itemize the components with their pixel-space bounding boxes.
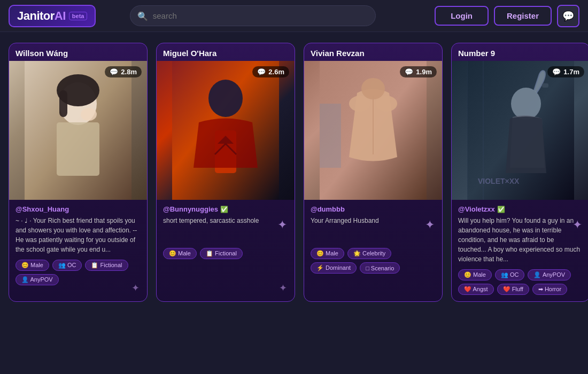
beta-badge: beta <box>69 12 88 20</box>
msg-icon: 💬 <box>110 68 118 76</box>
card-title-willson: Willson Wáng <box>9 43 147 61</box>
verified-icon-miguel: ✅ <box>220 206 228 213</box>
cards-container: Willson Wáng <box>0 32 588 313</box>
header: JanitorAI beta 🔍 Login Register 💬 <box>0 0 588 32</box>
msg-icon-vivian: 💬 <box>405 68 413 76</box>
search-container: 🔍 <box>130 5 376 26</box>
tag-celebrity-vivian[interactable]: 🌟 Celebrity <box>347 248 391 259</box>
svg-point-14 <box>349 96 370 112</box>
svg-point-5 <box>81 108 97 121</box>
search-icon: 🔍 <box>137 11 148 21</box>
card-author-vivian: @dumbbb <box>311 205 436 213</box>
card-body-vivian: @dumbbb Your Arranged Husband 😊 Male 🌟 C… <box>304 200 442 280</box>
tag-oc[interactable]: 👥 OC <box>52 260 82 271</box>
character-image-willson <box>9 61 147 200</box>
verified-icon-number9: ✅ <box>497 206 505 213</box>
svg-point-15 <box>376 96 397 112</box>
svg-rect-20 <box>542 83 548 88</box>
card-vivian-revzan[interactable]: Vivian Revzan <box>304 43 443 302</box>
msg-count-miguel: 💬 2.6m <box>252 66 289 77</box>
card-desc-willson: ~ · ♩ · Your Rich best friend that spoil… <box>16 216 141 254</box>
card-willson-wang[interactable]: Willson Wáng <box>9 43 148 302</box>
header-actions: Login Register 💬 <box>435 5 579 27</box>
svg-rect-17 <box>320 104 341 168</box>
register-button[interactable]: Register <box>494 6 552 26</box>
sparkle-vivian: ✦ <box>425 218 435 232</box>
card-desc-miguel: short tempered, sarcastic asshole <box>163 216 288 243</box>
msg-icon-number9: 💬 <box>552 68 561 76</box>
card-desc-number9: Will you help him? You found a guy in an… <box>458 216 583 264</box>
login-button[interactable]: Login <box>435 6 489 26</box>
tag-scenario-vivian[interactable]: □ Scenario <box>360 262 400 274</box>
svg-text:VIOLET×XX: VIOLET×XX <box>478 177 520 185</box>
chat-icon-button[interactable]: 💬 <box>557 5 579 27</box>
card-image-vivian: 💬 1.9m <box>304 61 442 200</box>
sparkle-willson: ✦ <box>131 282 140 294</box>
search-input[interactable] <box>130 5 376 26</box>
tag-horror-number9[interactable]: ➡ Horror <box>532 284 567 295</box>
tag-angst-number9[interactable]: ❤️ Angst <box>458 284 494 295</box>
character-image-vivian <box>304 61 442 200</box>
card-tags-number9: 😊 Male 👥 OC 👤 AnyPOV ❤️ Angst ❤️ Fluff ➡… <box>458 269 583 295</box>
tag-dominant-vivian[interactable]: ⚡ Dominant <box>311 262 357 274</box>
svg-rect-2 <box>57 122 99 176</box>
msg-count-willson: 💬 2.8m <box>105 66 142 77</box>
card-body-miguel: @Bunnynuggies ✅ short tempered, sarcasti… <box>157 200 295 266</box>
logo-ai: AI <box>55 9 66 22</box>
card-title-miguel: Miguel O'Hara <box>157 43 295 61</box>
card-miguel-ohara[interactable]: Miguel O'Hara <box>156 43 295 302</box>
chat-icon: 💬 <box>562 10 574 22</box>
tag-male-vivian[interactable]: 😊 Male <box>311 248 344 259</box>
character-image-miguel <box>157 61 295 200</box>
sparkle-number9: ✦ <box>572 218 582 232</box>
logo[interactable]: JanitorAI beta <box>9 5 96 27</box>
card-tags-vivian: 😊 Male 🌟 Celebrity ⚡ Dominant □ Scenario <box>311 248 436 274</box>
card-title-vivian: Vivian Revzan <box>304 43 442 61</box>
card-body-willson: @Shxou_Huang ~ · ♩ · Your Rich best frie… <box>9 200 147 292</box>
tag-fictional[interactable]: 📋 Fictional <box>85 260 128 271</box>
card-desc-vivian: Your Arranged Husband <box>311 216 436 243</box>
tag-male-miguel[interactable]: 😊 Male <box>163 248 197 259</box>
card-tags-miguel: 😊 Male 📋 Fictional <box>163 248 288 259</box>
tag-anypov[interactable]: 👤 AnyPOV <box>16 274 59 285</box>
card-title-number9: Number 9 <box>452 43 588 61</box>
svg-rect-4 <box>59 90 67 117</box>
card-image-number9: VIOLET×XX 💬 1.7m <box>452 61 588 200</box>
msg-count-number9: 💬 1.7m <box>547 66 584 77</box>
msg-icon-miguel: 💬 <box>257 68 266 76</box>
sparkle-miguel: ✦ <box>277 218 287 232</box>
card-author-miguel: @Bunnynuggies ✅ <box>163 205 288 213</box>
tag-anypov-number9[interactable]: 👤 AnyPOV <box>528 269 571 280</box>
logo-janitor: Janitor <box>17 9 55 22</box>
logo-text: JanitorAI <box>17 9 66 23</box>
card-tags-willson: 😊 Male 👥 OC 📋 Fictional 👤 AnyPOV <box>16 260 141 285</box>
card-image-miguel: 💬 2.6m <box>157 61 295 200</box>
card-image-willson: 💬 2.8m <box>9 61 147 200</box>
tag-male[interactable]: 😊 Male <box>16 260 49 271</box>
tag-fictional-miguel[interactable]: 📋 Fictional <box>200 248 243 259</box>
tag-oc-number9[interactable]: 👥 OC <box>495 269 525 280</box>
card-number9[interactable]: Number 9 <box>451 43 588 302</box>
svg-point-16 <box>361 78 385 99</box>
card-body-number9: @Violetzxx ✅ Will you help him? You foun… <box>452 200 588 301</box>
character-image-number9: VIOLET×XX <box>452 61 588 200</box>
card-author-willson: @Shxou_Huang <box>16 205 141 213</box>
sparkle-bottom-miguel: ✦ <box>279 282 287 294</box>
tag-male-number9[interactable]: 😊 Male <box>458 269 492 280</box>
svg-point-7 <box>208 80 243 117</box>
msg-count-vivian: 💬 1.9m <box>400 66 437 77</box>
tag-fluff-number9[interactable]: ❤️ Fluff <box>497 284 529 295</box>
card-author-number9: @Violetzxx ✅ <box>458 205 583 213</box>
